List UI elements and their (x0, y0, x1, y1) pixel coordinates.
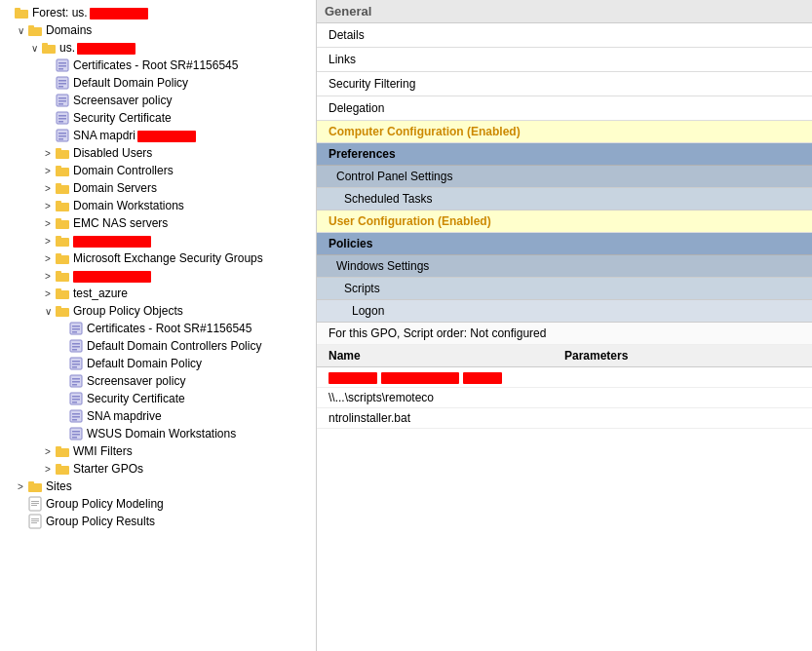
tree-item-sites[interactable]: > Sites (0, 478, 316, 495)
tree-label: Domain Controllers (73, 164, 174, 177)
table-col-header: Name (329, 349, 564, 363)
tree-item-starter-gpos[interactable]: > Starter GPOs (0, 460, 316, 478)
tree-item-gpo-objects[interactable]: ∨ Group Policy Objects (0, 302, 316, 320)
tree-expander[interactable]: > (41, 183, 55, 194)
tree-item-domain-controllers[interactable]: > Domain Controllers (0, 162, 316, 179)
svg-rect-53 (72, 349, 77, 351)
tree-item-redacted2[interactable]: > (0, 232, 316, 249)
tree-item-gpo-default-domain[interactable]: Default Domain Policy (0, 355, 316, 372)
tree-expander[interactable]: > (14, 481, 27, 492)
tree-item-disabled-users[interactable]: > Disabled Users (0, 144, 316, 162)
svg-rect-28 (56, 168, 69, 176)
tree-label: Domain Workstations (73, 199, 184, 212)
svg-rect-82 (31, 503, 39, 504)
svg-rect-38 (56, 255, 69, 264)
tree-item-screensaver-policy[interactable]: Screensaver policy (0, 92, 316, 109)
right-sub-sub-section[interactable]: Control Panel Settings (317, 166, 812, 188)
tree-expander[interactable]: > (41, 201, 55, 211)
tree-item-gpo-security-cert[interactable]: Security Certificate (0, 390, 316, 407)
tree-expander[interactable]: > (41, 446, 55, 457)
tree-expander[interactable]: > (41, 464, 55, 475)
tree-item-gpo-default-dc[interactable]: Default Domain Controllers Policy (0, 337, 316, 355)
tree-item-domain-workstations[interactable]: > Domain Workstations (0, 197, 316, 214)
tree-item-wmi-filters[interactable]: > WMI Filters (0, 442, 316, 460)
svg-rect-47 (72, 326, 80, 327)
right-row[interactable]: Delegation (317, 96, 812, 121)
svg-rect-64 (72, 399, 80, 401)
tree-icon-folder (55, 163, 70, 178)
tree-item-emc-nas[interactable]: > EMC NAS servers (0, 214, 316, 232)
tree-item-redacted3[interactable]: > (0, 267, 316, 285)
tree-label: test_azure (73, 287, 128, 300)
right-sub-sub-sub-section[interactable]: Scripts (317, 278, 812, 300)
tree-icon-folder (55, 461, 70, 477)
right-header: General (317, 0, 812, 23)
svg-rect-32 (56, 203, 69, 211)
tree-expander[interactable]: > (41, 288, 55, 299)
tree-icon-domain (41, 40, 57, 56)
svg-rect-79 (28, 481, 34, 484)
svg-rect-59 (72, 378, 80, 380)
svg-rect-69 (72, 419, 77, 421)
tree-label (73, 234, 151, 248)
tree-expander[interactable]: > (41, 253, 55, 264)
tree-item-gpo-screensaver[interactable]: Screensaver policy (0, 372, 316, 390)
tree-label: Screensaver policy (73, 94, 172, 107)
tree-item-gpo-wsus[interactable]: WSUS Domain Workstations (0, 425, 316, 442)
tree-item-security-cert[interactable]: Security Certificate (0, 109, 316, 127)
tree-icon-forest (14, 5, 29, 20)
tree-icon-folder (55, 303, 70, 319)
right-row[interactable]: Details (317, 23, 812, 48)
tree-item-sna-redacted[interactable]: SNA mapdri (0, 127, 316, 144)
tree-item-gpo-sna[interactable]: SNA mapdrive (0, 407, 316, 425)
svg-rect-9 (58, 68, 63, 70)
svg-rect-30 (56, 185, 69, 194)
tree-expander[interactable]: > (41, 236, 55, 247)
svg-rect-31 (56, 183, 61, 186)
right-info-row: For this GPO, Script order: Not configur… (317, 323, 812, 345)
tree-item-domains[interactable]: ∨ Domains (0, 21, 316, 39)
right-panel: General DetailsLinksSecurity FilteringDe… (317, 0, 812, 651)
tree-expander[interactable]: > (41, 218, 55, 229)
tree-item-certs-root[interactable]: Certificates - Root SR#1156545 (0, 57, 316, 74)
right-sub-sub-section[interactable]: Windows Settings (317, 255, 812, 278)
tree-item-test-azure[interactable]: > test_azure (0, 285, 316, 302)
right-sub-section[interactable]: Preferences (317, 143, 812, 166)
svg-rect-39 (56, 253, 61, 256)
tree-expander[interactable]: ∨ (14, 25, 27, 36)
right-sub-sub-sub-section[interactable]: Scheduled Tasks (317, 188, 812, 211)
svg-rect-73 (72, 437, 77, 439)
tree-item-gpo-certs[interactable]: Certificates - Root SR#1156545 (0, 320, 316, 337)
svg-rect-37 (56, 236, 61, 239)
svg-rect-52 (72, 346, 80, 348)
right-sub-sub-sub-sub-section[interactable]: Logon (317, 300, 812, 323)
tree-icon-gpo (55, 128, 70, 143)
svg-rect-44 (56, 308, 69, 317)
svg-rect-7 (58, 62, 66, 64)
tree-item-domain-servers[interactable]: > Domain Servers (0, 179, 316, 197)
svg-rect-55 (72, 361, 80, 363)
tree-item-us-domain[interactable]: ∨ us. (0, 39, 316, 57)
tree-expander[interactable]: > (41, 166, 55, 176)
tree-item-gp-modeling[interactable]: Group Policy Modeling (0, 495, 316, 513)
svg-rect-76 (56, 466, 69, 475)
tree-expander[interactable]: > (41, 148, 55, 159)
tree-item-default-domain-policy[interactable]: Default Domain Policy (0, 74, 316, 92)
tree-item-gp-results[interactable]: Group Policy Results (0, 513, 316, 530)
svg-rect-34 (56, 220, 69, 229)
tree-expander[interactable]: ∨ (27, 43, 41, 54)
svg-rect-20 (58, 118, 66, 120)
right-row[interactable]: Links (317, 48, 812, 72)
tree-label: Forest: us. (32, 6, 148, 19)
right-sub-section[interactable]: Policies (317, 233, 812, 255)
tree-icon-gpo (68, 373, 84, 389)
tree-item-forest[interactable]: Forest: us. (0, 4, 316, 21)
tree-icon-folder (55, 268, 70, 284)
right-row[interactable]: Security Filtering (317, 72, 812, 96)
tree-expander[interactable]: > (41, 271, 55, 282)
tree-item-ms-exchange[interactable]: > Microsoft Exchange Security Groups (0, 249, 316, 267)
tree-label: WSUS Domain Workstations (87, 427, 236, 440)
svg-rect-51 (72, 343, 80, 345)
tree-expander[interactable]: ∨ (41, 306, 55, 317)
tree-label: Certificates - Root SR#1156545 (87, 322, 251, 335)
